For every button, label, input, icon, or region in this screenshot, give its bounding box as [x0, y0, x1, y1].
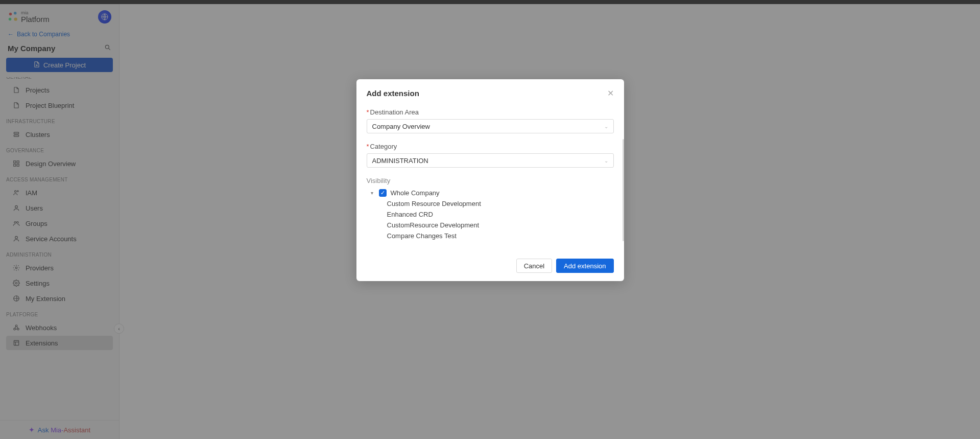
chevron-down-icon: ⌄: [604, 124, 608, 129]
tree-root-label: Whole Company: [391, 189, 440, 197]
field-visibility: Visibility ▾ ✓ Whole Company Custom Reso…: [367, 177, 614, 241]
required-asterisk: *: [367, 108, 369, 116]
visibility-tree: ▾ ✓ Whole Company Custom Resource Develo…: [367, 188, 614, 241]
field-destination-area: *Destination Area Company Overview ⌄: [367, 108, 614, 133]
tree-children: Custom Resource Development Enhanced CRD…: [367, 198, 614, 241]
tree-root-row[interactable]: ▾ ✓ Whole Company: [367, 188, 614, 198]
checkbox-checked[interactable]: ✓: [379, 189, 387, 197]
cancel-label: Cancel: [524, 262, 544, 270]
category-select[interactable]: ADMINISTRATION ⌄: [367, 153, 614, 168]
add-extension-button[interactable]: Add extension: [556, 259, 613, 273]
destination-label: *Destination Area: [367, 108, 614, 116]
field-category: *Category ADMINISTRATION ⌄: [367, 143, 614, 168]
cancel-button[interactable]: Cancel: [516, 259, 552, 273]
destination-select[interactable]: Company Overview ⌄: [367, 119, 614, 133]
confirm-label: Add extension: [564, 262, 606, 270]
modal-header: Add extension ✕: [356, 79, 624, 103]
tree-item[interactable]: Enhanced CRD: [387, 209, 614, 220]
modal-scrollbar[interactable]: [623, 139, 624, 241]
close-icon[interactable]: ✕: [607, 88, 614, 98]
modal-footer: Cancel Add extension: [356, 250, 624, 281]
modal-body: *Destination Area Company Overview ⌄ *Ca…: [356, 103, 624, 241]
destination-value: Company Overview: [372, 123, 430, 130]
add-extension-modal: Add extension ✕ *Destination Area Compan…: [356, 79, 624, 281]
required-asterisk: *: [367, 143, 369, 150]
tree-item[interactable]: Custom Resource Development: [387, 198, 614, 209]
caret-down-icon[interactable]: ▾: [370, 190, 375, 196]
category-value: ADMINISTRATION: [372, 157, 428, 165]
modal-title: Add extension: [367, 89, 419, 98]
visibility-label: Visibility: [367, 177, 614, 184]
tree-item[interactable]: CustomResource Development: [387, 220, 614, 230]
chevron-down-icon: ⌄: [604, 158, 608, 164]
tree-item[interactable]: Compare Changes Test: [387, 230, 614, 241]
category-label: *Category: [367, 143, 614, 150]
